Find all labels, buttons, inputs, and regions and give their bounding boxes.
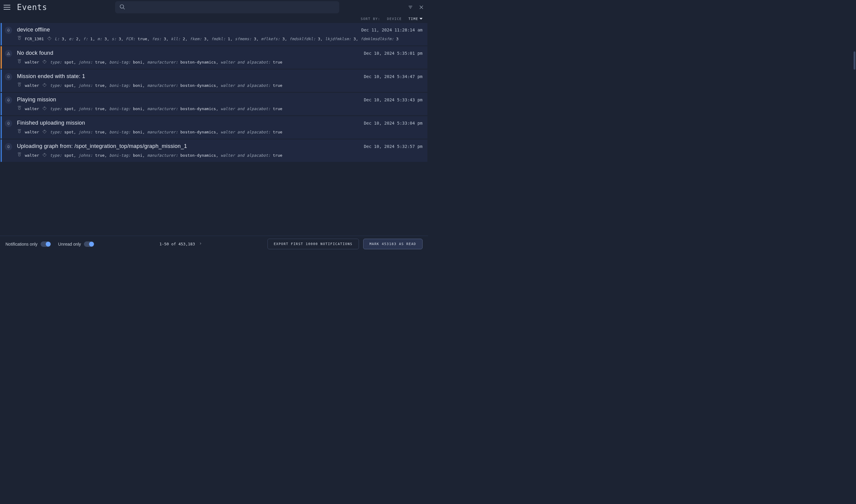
search-input[interactable] xyxy=(129,5,335,10)
tag-key: johns: xyxy=(79,107,93,111)
tag-value: boston-dynamics xyxy=(181,153,216,158)
tag-value: 3 xyxy=(204,37,207,41)
tag-key: e: xyxy=(69,37,74,41)
device-name: walter xyxy=(25,60,39,65)
svg-line-1 xyxy=(123,7,125,9)
event-timestamp: Dec 11, 2024 11:28:14 am xyxy=(361,28,423,32)
svg-point-14 xyxy=(44,84,45,85)
tag-value: 3 xyxy=(254,37,256,41)
device-name: walter xyxy=(25,130,39,134)
event-timestamp: Dec 10, 2024 5:35:01 pm xyxy=(364,51,423,56)
tag-key: boni-tag: xyxy=(109,153,131,158)
tag-key: walter and alpacabot: xyxy=(221,130,271,134)
tag-value: true xyxy=(273,83,282,88)
sort-time[interactable]: TIME xyxy=(409,17,423,21)
event-row[interactable]: No dock foundDec 10, 2024 5:35:01 pmwalt… xyxy=(1,46,427,69)
tag-icon xyxy=(47,36,52,42)
bell-icon xyxy=(5,26,12,34)
event-title: No dock found xyxy=(17,50,53,56)
tag-icon xyxy=(42,152,47,158)
event-row[interactable]: Uploading graph from: /spot_integration_… xyxy=(1,140,427,162)
tag-key: fmdkl: xyxy=(211,37,225,41)
event-row[interactable]: Mission ended with state: 1Dec 10, 2024 … xyxy=(1,70,427,92)
tag-key: johns: xyxy=(79,130,93,134)
event-timestamp: Dec 10, 2024 5:33:04 pm xyxy=(364,121,423,126)
tag-value: true xyxy=(273,130,282,134)
tag-icon xyxy=(42,106,47,112)
tag-key: type: xyxy=(50,107,62,111)
event-row[interactable]: Finished uploading missionDec 10, 2024 5… xyxy=(1,116,427,139)
unread-only-label: Unread only xyxy=(58,242,81,247)
mark-read-button[interactable]: MARK 453183 AS READ xyxy=(363,239,423,249)
tag-key: type: xyxy=(50,153,62,158)
event-row[interactable]: Playing missionDec 10, 2024 5:33:43 pmwa… xyxy=(1,93,427,115)
tag-key: walter and alpacabot: xyxy=(221,153,271,158)
tag-value: boni xyxy=(133,130,142,134)
tag-value: spot xyxy=(64,130,74,134)
svg-rect-15 xyxy=(18,107,20,109)
tag-value: true xyxy=(273,153,282,158)
tag-key: mflkefs: xyxy=(261,37,280,41)
search-icon xyxy=(119,4,125,11)
tag-key: boni-tag: xyxy=(109,60,131,65)
tag-value: boston-dynamics xyxy=(181,83,216,88)
event-title: Uploading graph from: /spot_integration_… xyxy=(17,143,187,149)
tag-key: f: xyxy=(83,37,88,41)
tag-key: sfmems: xyxy=(235,37,252,41)
tag-key: fmdsklfdkl: xyxy=(290,37,315,41)
tag-value: true xyxy=(95,83,104,88)
event-title: Finished uploading mission xyxy=(17,120,85,126)
bell-icon xyxy=(5,73,12,80)
tag-value: spot xyxy=(64,153,74,158)
tag-value: boston-dynamics xyxy=(181,107,216,111)
accent-bar xyxy=(1,70,2,92)
event-timestamp: Dec 10, 2024 5:32:57 pm xyxy=(364,144,423,149)
tag-value: 3 xyxy=(164,37,166,41)
sort-device[interactable]: DEVICE xyxy=(387,17,402,21)
tag-value: boston-dynamics xyxy=(181,60,216,65)
unread-only-toggle[interactable] xyxy=(84,241,94,247)
export-button[interactable]: EXPORT FIRST 10000 NOTIFICATIONS xyxy=(268,239,359,249)
tag-value: true xyxy=(95,107,104,111)
tag-key: boni-tag: xyxy=(109,107,131,111)
tag-key: manufacturer: xyxy=(147,60,178,65)
filter-icon[interactable] xyxy=(407,4,413,10)
tag-value: 3 xyxy=(396,37,399,41)
event-tags: type: spot, johns: true, boni-tag: boni,… xyxy=(50,60,282,65)
tag-key: walter and alpacabot: xyxy=(221,107,271,111)
tag-key: boni-tag: xyxy=(109,130,131,134)
event-title: Mission ended with state: 1 xyxy=(17,73,85,79)
device-icon xyxy=(17,129,22,135)
accent-bar xyxy=(1,46,2,69)
event-row[interactable]: device offlineDec 11, 2024 11:28:14 amFC… xyxy=(1,23,427,46)
event-tags: L: 3, e: 2, f: 1, m: 3, s: 3, FCR: true,… xyxy=(55,37,399,41)
tag-value: boni xyxy=(133,60,142,65)
event-tags: type: spot, johns: true, boni-tag: boni,… xyxy=(50,153,282,158)
tag-value: boni xyxy=(133,107,142,111)
next-page-icon[interactable] xyxy=(199,242,202,246)
search-box[interactable] xyxy=(115,1,339,13)
tag-key: m: xyxy=(98,37,102,41)
tag-value: boni xyxy=(133,153,142,158)
tag-value: true xyxy=(95,130,104,134)
svg-point-8 xyxy=(49,37,50,38)
tag-value: true xyxy=(273,107,282,111)
tag-icon xyxy=(42,59,47,65)
tag-value: 3 xyxy=(104,37,107,41)
accent-bar xyxy=(1,140,2,162)
tag-key: manufacturer: xyxy=(147,130,178,134)
menu-icon[interactable] xyxy=(4,4,11,11)
device-icon xyxy=(17,83,22,88)
tag-value: boston-dynamics xyxy=(181,130,216,134)
tag-key: fes: xyxy=(152,37,161,41)
device-icon xyxy=(17,106,22,112)
close-icon[interactable] xyxy=(418,4,424,10)
page-title: Events xyxy=(17,3,47,12)
device-icon xyxy=(17,59,22,65)
chevron-down-icon xyxy=(420,18,423,20)
notifications-only-toggle[interactable] xyxy=(40,241,51,247)
accent-bar xyxy=(1,23,2,46)
event-title: device offline xyxy=(17,26,50,33)
tag-key: manufacturer: xyxy=(147,83,178,88)
event-tags: type: spot, johns: true, boni-tag: boni,… xyxy=(50,130,282,134)
